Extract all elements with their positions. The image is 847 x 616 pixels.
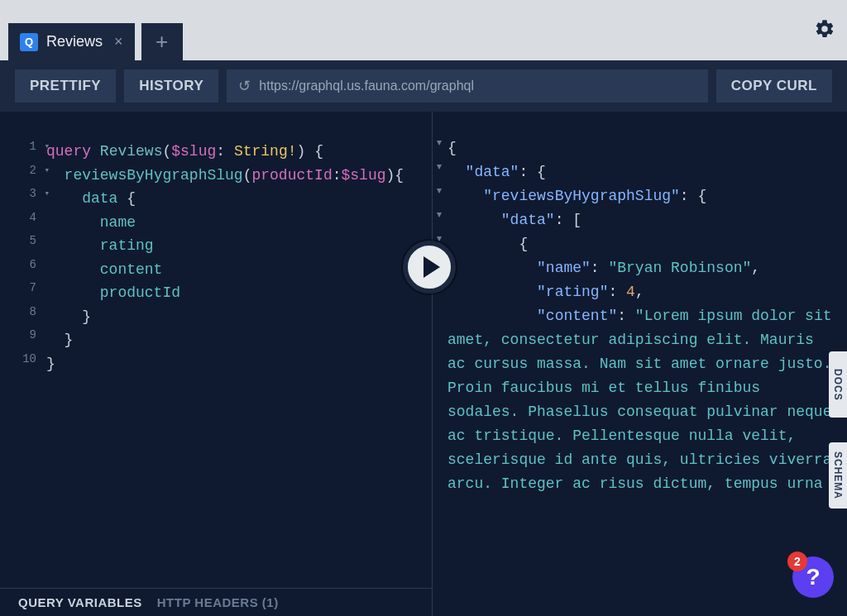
tab-type-icon: Q — [20, 33, 38, 51]
result-json[interactable]: { "data": { "reviewsByHygraphSlug": { "d… — [447, 136, 839, 496]
workspace: 1 2 3 4 5 6 7 8 9 10 query Reviews($slug… — [0, 112, 847, 616]
query-editor[interactable]: 1 2 3 4 5 6 7 8 9 10 query Reviews($slug… — [0, 112, 432, 616]
tab-title: Reviews — [46, 33, 103, 50]
question-mark-icon: ? — [806, 564, 820, 590]
reload-icon[interactable]: ↺ — [238, 77, 251, 95]
help-button[interactable]: 2 ? — [792, 556, 834, 598]
notification-badge: 2 — [787, 552, 807, 571]
tab-http-headers[interactable]: HTTP HEADERS (1) — [157, 595, 279, 609]
tab-reviews[interactable]: Q Reviews × — [8, 23, 135, 60]
line-number-gutter: 1 2 3 4 5 6 7 8 9 10 — [0, 140, 41, 375]
copy-curl-button[interactable]: COPY CURL — [716, 69, 832, 103]
result-pane: ▾▾▾▾▾ { "data": { "reviewsByHygraphSlug"… — [432, 112, 847, 616]
gear-icon[interactable] — [814, 18, 835, 43]
top-tab-bar: Q Reviews × + — [0, 0, 847, 60]
url-bar: ↺ — [227, 69, 707, 103]
schema-panel-toggle[interactable]: SCHEMA — [829, 442, 847, 509]
query-code[interactable]: query Reviews($slug: String!) { reviewsB… — [46, 140, 404, 375]
run-query-button[interactable] — [403, 241, 456, 294]
tab-query-variables[interactable]: QUERY VARIABLES — [18, 595, 142, 609]
query-editor-pane: 1 2 3 4 5 6 7 8 9 10 query Reviews($slug… — [0, 112, 432, 616]
prettify-button[interactable]: PRETTIFY — [15, 69, 116, 103]
play-icon — [424, 256, 440, 278]
result-fold-gutter: ▾▾▾▾▾ — [433, 136, 446, 256]
close-icon[interactable]: × — [114, 33, 123, 50]
endpoint-url-input[interactable] — [259, 79, 696, 93]
docs-panel-toggle[interactable]: DOCS — [829, 351, 847, 418]
add-tab-button[interactable]: + — [141, 23, 183, 60]
editor-footer-tabs: QUERY VARIABLES HTTP HEADERS (1) — [0, 588, 432, 616]
toolbar: PRETTIFY HISTORY ↺ COPY CURL — [0, 60, 847, 112]
history-button[interactable]: HISTORY — [124, 69, 218, 103]
